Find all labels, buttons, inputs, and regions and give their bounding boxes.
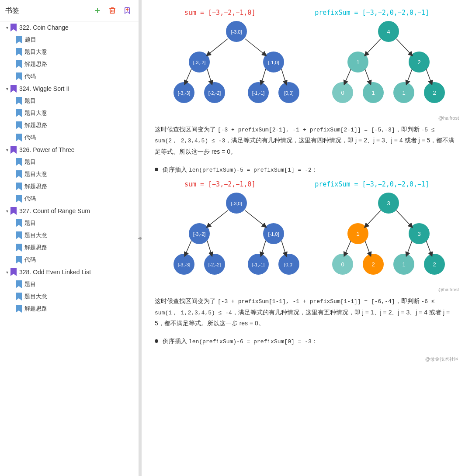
right-tree-2: 3 1 3 0 2 1 2: [332, 190, 445, 286]
sidebar-item-324-题目[interactable]: 题目: [0, 95, 139, 107]
sidebar: 书签 ▾ 322. Coin Change 题目: [0, 0, 139, 476]
svg-text:[-1,0]: [-1,0]: [268, 60, 279, 65]
bookmark-settings-button[interactable]: [121, 4, 133, 17]
svg-text:[-1,-1]: [-1,-1]: [252, 262, 264, 267]
prefix-label-2: prefixSum = [−3,−2,0,−2,0,−1]: [315, 180, 429, 188]
svg-text:[0,0]: [0,0]: [284, 90, 293, 96]
label-324-题目: 题目: [24, 97, 36, 105]
svg-text:3: 3: [387, 200, 390, 207]
label-322-题目: 题目: [25, 36, 36, 44]
sidebar-header: 书签: [0, 0, 139, 21]
toggle-326[interactable]: ▾: [3, 146, 10, 153]
diagram-1-trees: [-3,0] [-3,-2] [-1,0] [-3,-3] [-2,-2] [-…: [155, 18, 459, 114]
sidebar-item-328-题目[interactable]: 题目: [0, 278, 139, 290]
svg-line-59: [245, 210, 265, 226]
sidebar-item-327-解题[interactable]: 解题思路: [0, 241, 139, 254]
svg-line-39: [396, 39, 411, 55]
add-bookmark-button[interactable]: [91, 4, 104, 17]
svg-text:1: 1: [402, 261, 405, 268]
children-326: 题目 题目大意 解题思路 代码: [0, 156, 139, 205]
svg-text:[-3,0]: [-3,0]: [231, 29, 242, 34]
sidebar-item-322-解题[interactable]: 解题思路: [0, 58, 139, 70]
label-326-解题: 解题思路: [24, 183, 47, 190]
label-326-大意: 题目大意: [24, 170, 47, 178]
label-328-大意: 题目大意: [24, 293, 47, 300]
sidebar-title: 书签: [5, 6, 19, 15]
svg-line-79: [396, 210, 411, 226]
sidebar-item-324-代码[interactable]: 代码: [0, 131, 139, 144]
svg-text:2: 2: [371, 261, 375, 268]
left-tree-1: [-3,0] [-3,-2] [-1,0] [-3,-3] [-2,-2] [-…: [169, 18, 304, 114]
label-328-题目: 题目: [24, 280, 36, 288]
toggle-327[interactable]: ▾: [3, 207, 10, 214]
right-tree-1: 4 1 2 0 1 1 2: [332, 18, 445, 114]
bullet-item-1: 倒序插入 len(prefixSum)-5 = prefixSum[1] = -…: [155, 164, 459, 175]
sidebar-item-322[interactable]: ▾ 322. Coin Change: [0, 21, 139, 34]
label-324-解题: 解题思路: [24, 121, 47, 129]
svg-text:[-1,-1]: [-1,-1]: [252, 90, 264, 96]
svg-line-38: [366, 39, 381, 55]
sidebar-item-324-大意[interactable]: 题目大意: [0, 107, 139, 119]
label-324: 324. Wiggle Sort II: [19, 85, 69, 92]
sidebar-item-326[interactable]: ▾ 326. Power of Three: [0, 144, 139, 156]
code-1a: [-3 + prefixSum[2-1], -1 + prefixSum[2-1…: [218, 127, 395, 133]
code-1c: len(prefixSum)-5 = prefixSum[1] = -2: [189, 167, 312, 173]
svg-line-78: [366, 210, 381, 226]
label-327: 327. Count of Range Sum: [19, 207, 90, 214]
delete-bookmark-button[interactable]: [106, 4, 118, 17]
sidebar-item-327-代码[interactable]: 代码: [0, 254, 139, 266]
sidebar-item-328-解题[interactable]: 解题思路: [0, 303, 139, 315]
toggle-328[interactable]: ▾: [3, 269, 10, 276]
children-328: 题目 题目大意 解题思路: [0, 278, 139, 315]
code-2c: len(prefixSum)-6 = prefixSum[0] = -3: [189, 338, 312, 345]
svg-text:2: 2: [433, 90, 436, 96]
svg-line-43: [426, 69, 431, 83]
label-327-大意: 题目大意: [24, 231, 47, 239]
sidebar-item-327-大意[interactable]: 题目大意: [0, 229, 139, 241]
sidebar-item-327[interactable]: ▾ 327. Count of Range Sum: [0, 205, 139, 217]
children-322: 题目 题目大意 解题思路 代码: [0, 34, 139, 83]
svg-text:1: 1: [356, 231, 359, 237]
sidebar-item-326-大意[interactable]: 题目大意: [0, 168, 139, 180]
sidebar-item-322-题目[interactable]: 题目: [0, 34, 139, 46]
bullet-item-2: 倒序插入 len(prefixSum)-6 = prefixSum[0] = -…: [155, 336, 459, 347]
sidebar-item-328[interactable]: ▾ 328. Odd Even Linked List: [0, 266, 139, 278]
sidebar-item-326-解题[interactable]: 解题思路: [0, 180, 139, 193]
sidebar-item-326-题目[interactable]: 题目: [0, 156, 139, 168]
sidebar-item-322-大意[interactable]: 题目大意: [0, 46, 139, 58]
tree-section: ▾ 322. Coin Change 题目 题目大意 解题思路 代码: [0, 21, 139, 315]
bottom-watermark: @母金技术社区: [155, 356, 459, 362]
sum-label-2: sum = [−3,−2,−1,0]: [184, 180, 256, 188]
svg-line-83: [426, 241, 431, 255]
toggle-322[interactable]: ▾: [3, 24, 10, 31]
text-block-1: 这时候查找区间变为了 [-3 + prefixSum[2-1], -1 + pr…: [155, 124, 459, 157]
diagram-2-labels: sum = [−3,−2,−1,0] prefixSum = [−3,−2,0,…: [155, 180, 459, 188]
svg-text:[0,0]: [0,0]: [284, 262, 293, 267]
svg-text:3: 3: [417, 231, 420, 237]
svg-text:[-1,0]: [-1,0]: [268, 231, 279, 237]
main-content: sum = [−3,−2,−1,0] prefixSum = [−3,−2,0,…: [142, 0, 472, 476]
sidebar-item-326-代码[interactable]: 代码: [0, 193, 139, 205]
svg-text:0: 0: [341, 90, 344, 96]
svg-line-80: [345, 241, 351, 255]
svg-line-58: [208, 210, 228, 226]
sidebar-item-327-题目[interactable]: 题目: [0, 217, 139, 229]
svg-line-19: [245, 39, 265, 55]
label-326-代码: 代码: [24, 195, 36, 203]
bullet-text-1: 倒序插入 len(prefixSum)-5 = prefixSum[1] = -…: [163, 164, 318, 175]
svg-line-20: [185, 69, 191, 83]
diagram-section-2: sum = [−3,−2,−1,0] prefixSum = [−3,−2,0,…: [155, 180, 459, 292]
sidebar-item-324[interactable]: ▾ 324. Wiggle Sort II: [0, 83, 139, 95]
sidebar-item-328-大意[interactable]: 题目大意: [0, 290, 139, 303]
svg-line-82: [407, 241, 412, 255]
sidebar-item-322-代码[interactable]: 代码: [0, 70, 139, 83]
svg-line-42: [407, 69, 412, 83]
svg-line-41: [365, 69, 370, 83]
label-326-题目: 题目: [24, 158, 36, 166]
bullet-dot-2: [155, 339, 158, 343]
diagram-section-1: sum = [−3,−2,−1,0] prefixSum = [−3,−2,0,…: [155, 9, 459, 121]
toggle-324[interactable]: ▾: [3, 85, 10, 92]
sidebar-item-324-解题[interactable]: 解题思路: [0, 119, 139, 131]
svg-text:2: 2: [417, 59, 420, 66]
svg-text:[-3,-3]: [-3,-3]: [177, 90, 190, 96]
